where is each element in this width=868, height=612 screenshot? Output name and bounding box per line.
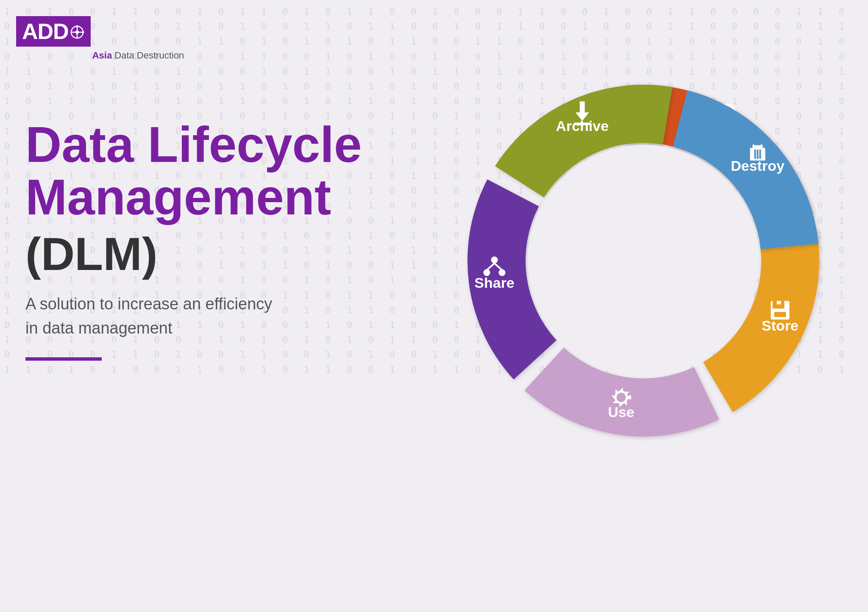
svg-rect-28 — [754, 142, 761, 145]
svg-text:Use: Use — [608, 404, 634, 420]
svg-text:Archive: Archive — [556, 118, 609, 134]
main-subtitle: A solution to increase an efficiency in … — [25, 292, 322, 340]
svg-point-30 — [528, 145, 759, 376]
svg-rect-11 — [774, 312, 786, 317]
subtitle-line2: in data management — [25, 316, 322, 340]
svg-text:Share: Share — [474, 275, 515, 291]
title-line2: Management — [25, 171, 362, 224]
subtitle-line1: A solution to increase an efficiency — [25, 292, 322, 316]
svg-text:Destroy: Destroy — [731, 158, 785, 174]
logo-subtitle: Asia Data Destruction — [92, 50, 184, 61]
svg-text:Store: Store — [762, 317, 798, 334]
logo-data-destruction: Data Destruction — [112, 50, 184, 61]
diagram-container: CreateStoreUseShareArchiveDestroy — [453, 59, 834, 462]
logo-circuit-icon — [70, 25, 85, 40]
title-line1: Data Lifecycle — [25, 119, 362, 171]
svg-point-4 — [76, 25, 78, 28]
logo-asia: Asia — [92, 50, 112, 61]
lifecycle-diagram: CreateStoreUseShareArchiveDestroy — [453, 59, 834, 462]
main-dlm: (DLM) — [25, 228, 362, 279]
svg-rect-10 — [777, 301, 781, 304]
svg-point-3 — [75, 31, 79, 34]
svg-point-15 — [491, 256, 498, 263]
main-content: Data Lifecycle Management (DLM) A soluti… — [25, 119, 362, 361]
svg-point-5 — [82, 31, 84, 33]
svg-point-13 — [617, 393, 626, 402]
logo-container: ADD Asia Data Destruction — [16, 16, 91, 47]
main-title: Data Lifecycle Management — [25, 119, 362, 224]
logo-add-text: ADD — [22, 20, 69, 42]
logo-box: ADD — [16, 16, 91, 47]
purple-divider — [25, 357, 102, 361]
